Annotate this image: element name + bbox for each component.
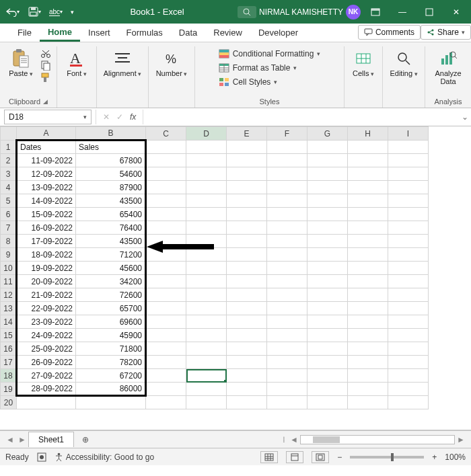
cell-E5[interactable] [227, 194, 267, 208]
cell-B12[interactable]: 72600 [76, 288, 146, 302]
cell-E10[interactable] [227, 262, 267, 275]
column-header-C[interactable]: C [146, 127, 186, 141]
sheet-nav-prev[interactable]: ◄ [4, 435, 16, 444]
cell-G9[interactable] [307, 248, 348, 262]
cell-B6[interactable]: 65400 [76, 208, 146, 221]
cell-B18[interactable]: 67200 [76, 369, 146, 383]
cell-G17[interactable] [307, 356, 348, 369]
cell-I14[interactable] [388, 315, 429, 329]
cell-E14[interactable] [227, 315, 267, 329]
cell-I3[interactable] [388, 167, 429, 181]
view-normal-button[interactable] [260, 451, 278, 463]
row-header[interactable]: 12 [1, 288, 17, 302]
clipboard-launcher[interactable]: ◢ [43, 98, 48, 105]
cell-D18[interactable] [186, 369, 227, 383]
cell-F19[interactable] [267, 383, 307, 396]
column-header-H[interactable]: H [348, 127, 388, 141]
row-header[interactable]: 10 [1, 262, 17, 275]
cell-E20[interactable] [227, 396, 267, 409]
cell-I16[interactable] [388, 342, 429, 356]
cell-B11[interactable]: 34200 [76, 275, 146, 288]
cell-G5[interactable] [307, 194, 348, 208]
cell-A3[interactable]: 12-09-2022 [17, 167, 76, 181]
row-header[interactable]: 14 [1, 315, 17, 329]
cell-E6[interactable] [227, 208, 267, 221]
cell-D1[interactable] [186, 141, 227, 154]
cell-I18[interactable] [388, 369, 429, 383]
cell-G13[interactable] [307, 302, 348, 315]
cell-B16[interactable]: 71800 [76, 342, 146, 356]
cell-H16[interactable] [348, 342, 388, 356]
cell-C10[interactable] [146, 262, 186, 275]
zoom-level[interactable]: 100% [445, 452, 466, 462]
cell-I6[interactable] [388, 208, 429, 221]
search-box[interactable] [238, 6, 256, 18]
spellcheck-button[interactable]: abc ▾ [46, 3, 66, 22]
cell-F4[interactable] [267, 181, 307, 194]
paste-button[interactable]: Paste [5, 46, 36, 78]
add-sheet-button[interactable]: ⊕ [78, 435, 93, 444]
editing-button[interactable]: Editing [388, 46, 419, 78]
cell-G7[interactable] [307, 221, 348, 235]
cell-D10[interactable] [186, 262, 227, 275]
cell-C1[interactable] [146, 141, 186, 154]
column-header-D[interactable]: D [186, 127, 227, 141]
cell-G4[interactable] [307, 181, 348, 194]
cell-I20[interactable] [388, 396, 429, 409]
cell-E18[interactable] [227, 369, 267, 383]
cell-F10[interactable] [267, 262, 307, 275]
cell-D14[interactable] [186, 315, 227, 329]
undo-button[interactable]: ▾ [3, 3, 23, 22]
cell-F5[interactable] [267, 194, 307, 208]
cell-G12[interactable] [307, 288, 348, 302]
comments-button[interactable]: Comments [358, 25, 421, 40]
alignment-button[interactable]: Alignment [102, 46, 143, 78]
cell-E17[interactable] [227, 356, 267, 369]
cell-B5[interactable]: 43500 [76, 194, 146, 208]
tab-review[interactable]: Review [205, 24, 250, 42]
cells-button[interactable]: Cells [350, 46, 377, 78]
number-button[interactable]: % Number [154, 46, 189, 78]
cell-D11[interactable] [186, 275, 227, 288]
cell-D15[interactable] [186, 329, 227, 342]
view-pagebreak-button[interactable] [312, 451, 329, 463]
row-header[interactable]: 19 [1, 383, 17, 396]
cell-C3[interactable] [146, 167, 186, 181]
row-header[interactable]: 1 [1, 141, 17, 154]
cell-D6[interactable] [186, 208, 227, 221]
fx-button[interactable]: fx [130, 112, 136, 122]
formula-bar-expand[interactable]: ⌄ [459, 112, 471, 122]
cell-B3[interactable]: 54600 [76, 167, 146, 181]
cell-B7[interactable]: 76400 [76, 221, 146, 235]
maximize-button[interactable] [417, 3, 441, 22]
tab-home[interactable]: Home [40, 23, 80, 42]
cell-H17[interactable] [348, 356, 388, 369]
tab-data[interactable]: Data [171, 24, 205, 42]
cell-D3[interactable] [186, 167, 227, 181]
cell-G18[interactable] [307, 369, 348, 383]
column-header-G[interactable]: G [307, 127, 348, 141]
cell-E4[interactable] [227, 181, 267, 194]
cell-I1[interactable] [388, 141, 429, 154]
cell-B8[interactable]: 43500 [76, 235, 146, 248]
cell-F15[interactable] [267, 329, 307, 342]
cancel-formula-button[interactable]: ✕ [103, 112, 110, 122]
cell-F12[interactable] [267, 288, 307, 302]
tab-insert[interactable]: Insert [80, 24, 118, 42]
cell-I2[interactable] [388, 154, 429, 167]
cell-F7[interactable] [267, 221, 307, 235]
cell-F6[interactable] [267, 208, 307, 221]
macro-record-icon[interactable] [37, 452, 46, 462]
cell-C6[interactable] [146, 208, 186, 221]
cell-D2[interactable] [186, 154, 227, 167]
tab-formulas[interactable]: Formulas [118, 24, 171, 42]
cell-H9[interactable] [348, 248, 388, 262]
cell-E3[interactable] [227, 167, 267, 181]
cell-C15[interactable] [146, 329, 186, 342]
cell-G19[interactable] [307, 383, 348, 396]
cell-A1[interactable]: Dates [17, 141, 76, 154]
cell-H11[interactable] [348, 275, 388, 288]
cell-A4[interactable]: 13-09-2022 [17, 181, 76, 194]
sheet-nav-next[interactable]: ► [16, 435, 28, 444]
view-layout-button[interactable] [286, 451, 303, 463]
